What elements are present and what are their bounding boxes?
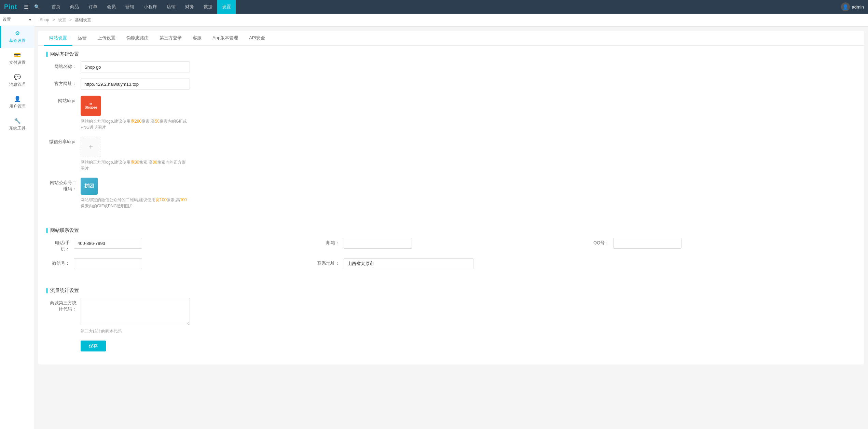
site-name-label: 网站名称：: [46, 61, 81, 70]
wechat-logo-hint: 网站的正方形logo,建议使用宽80像素,高80像素内的正方形图片: [81, 159, 190, 171]
qrcode-label: 网站公众号二维码：: [46, 178, 81, 192]
sidebar-item-basic[interactable]: ⚙ 基础设置: [0, 26, 34, 48]
tab-shelves[interactable]: 上传设置: [92, 31, 121, 46]
sidebar-header: 设置 ▾: [0, 14, 34, 26]
section-basic-title: 网站基础设置: [38, 46, 864, 61]
breadcrumb-shop: Shop: [40, 17, 49, 22]
stats-textarea[interactable]: [81, 298, 190, 325]
qrcode-hint: 网站绑定的微信公众号的二维码,建议使用宽100像素,高100像素内的GIF或PN…: [81, 197, 190, 209]
save-button[interactable]: 保存: [81, 341, 106, 351]
wechat-logo-control: + 网站的正方形logo,建议使用宽80像素,高80像素内的正方形图片: [81, 137, 190, 171]
form-row-save: 保存: [46, 341, 856, 351]
address-input[interactable]: [344, 258, 473, 269]
form-row-contact2: 微信号： 联系地址：: [46, 258, 856, 269]
sidebar-item-basic-label: 基础设置: [9, 38, 26, 44]
site-name-input[interactable]: [81, 61, 190, 72]
pingtuan-qrcode-image[interactable]: 拼团: [81, 178, 98, 195]
form-row-site-logo: 网站logo: 🛍 Shopee 网站的长方形logo,建议使用宽280像素,高…: [46, 96, 856, 130]
sidebar: 设置 ▾ ⚙ 基础设置 💳 支付设置 💬 消息管理 👤 用户管理 🔧 系统工具: [0, 14, 34, 429]
nav-items: 首页 商品 订单 会员 营销 小程序 店铺 财务 数据 设置: [47, 0, 841, 14]
tab-customer[interactable]: 客服: [187, 31, 207, 46]
site-logo-control: 🛍 Shopee 网站的长方形logo,建议使用宽280像素,高50像素内的GI…: [81, 96, 190, 130]
sidebar-item-payment[interactable]: 💳 支付设置: [0, 48, 34, 70]
contact-form-area: 电话/手机： 邮箱： QQ号： 微信号：: [38, 238, 864, 282]
section-contact-title: 网站联系设置: [38, 222, 864, 238]
message-icon: 💬: [14, 74, 21, 80]
nav-item-finance[interactable]: 财务: [180, 0, 199, 14]
form-row-qrcode: 网站公众号二维码： 拼团 网站绑定的微信公众号的二维码,建议使用宽100像素,高…: [46, 178, 856, 209]
top-navigation: Pint ☰ 🔍 首页 商品 订单 会员 营销 小程序 店铺 财务 数据 设置 …: [0, 0, 868, 14]
sidebar-item-user[interactable]: 👤 用户管理: [0, 92, 34, 113]
content-area: 网站设置 运营 上传设置 伪静态路由 第三方登录 客服 App版本管理 API安…: [38, 31, 864, 364]
form-row-contact1: 电话/手机： 邮箱： QQ号：: [46, 238, 856, 252]
breadcrumb-settings: 设置: [58, 17, 66, 22]
site-url-input[interactable]: [81, 79, 190, 89]
email-input[interactable]: [344, 238, 412, 249]
sidebar-item-message-label: 消息管理: [9, 82, 26, 87]
nav-item-orders[interactable]: 订单: [84, 0, 102, 14]
sidebar-item-tools-label: 系统工具: [9, 125, 26, 131]
sidebar-item-message[interactable]: 💬 消息管理: [0, 70, 34, 92]
qq-label: QQ号：: [586, 238, 613, 246]
sidebar-item-tools[interactable]: 🔧 系统工具: [0, 113, 34, 135]
tab-app-version[interactable]: App版本管理: [207, 31, 244, 46]
stats-hint: 第三方统计的脚本代码: [81, 328, 190, 334]
tab-static-route[interactable]: 伪静态路由: [121, 31, 154, 46]
form-row-site-name: 网站名称：: [46, 61, 856, 72]
breadcrumb-current: 基础设置: [75, 17, 91, 22]
form-col-phone: 电话/手机：: [46, 238, 316, 252]
address-label: 联系地址：: [316, 258, 344, 266]
nav-item-members[interactable]: 会员: [102, 0, 121, 14]
breadcrumb-sep1: >: [52, 17, 56, 22]
user-icon: 👤: [14, 96, 21, 102]
form-col-email: 邮箱：: [316, 238, 586, 249]
form-col-qq: QQ号：: [586, 238, 856, 249]
main-layout: 设置 ▾ ⚙ 基础设置 💳 支付设置 💬 消息管理 👤 用户管理 🔧 系统工具 …: [0, 14, 868, 429]
user-name: admin: [852, 4, 864, 10]
breadcrumb-sep2: >: [69, 17, 73, 22]
sidebar-item-user-label: 用户管理: [9, 103, 26, 109]
tab-website[interactable]: 网站设置: [44, 31, 72, 46]
nav-item-store[interactable]: 店铺: [162, 0, 180, 14]
section-stats-title: 流量统计设置: [38, 282, 864, 298]
wechat-input[interactable]: [74, 258, 142, 269]
nav-item-marketing[interactable]: 营销: [121, 0, 139, 14]
form-col-address: 联系地址：: [316, 258, 856, 269]
search-icon[interactable]: 🔍: [34, 4, 40, 10]
sidebar-item-payment-label: 支付设置: [9, 60, 26, 66]
form-row-stats: 商城第三方统计代码： 第三方统计的脚本代码: [46, 298, 856, 334]
tab-third-login[interactable]: 第三方登录: [154, 31, 187, 46]
tools-icon: 🔧: [14, 117, 21, 124]
wechat-logo-label: 微信分享logo:: [46, 137, 81, 145]
menu-icon[interactable]: ☰: [24, 4, 29, 10]
nav-item-products[interactable]: 商品: [65, 0, 84, 14]
shopee-logo-image[interactable]: 🛍 Shopee: [81, 96, 101, 116]
site-url-label: 官方网址：: [46, 79, 81, 87]
nav-item-miniapp[interactable]: 小程序: [139, 0, 162, 14]
stats-form-area: 商城第三方统计代码： 第三方统计的脚本代码 保存: [38, 298, 864, 364]
nav-item-data[interactable]: 数据: [199, 0, 217, 14]
form-row-site-url: 官方网址：: [46, 79, 856, 89]
site-name-control: [81, 61, 190, 72]
wechat-logo-upload[interactable]: +: [81, 137, 101, 157]
basic-form-area: 网站名称： 官方网址： 网站logo:: [38, 61, 864, 222]
main-content: Shop > 设置 > 基础设置 网站设置 运营 上传设置 伪静态路由 第三方登…: [34, 14, 868, 429]
user-avatar: 👤: [841, 2, 850, 11]
phone-input[interactable]: [74, 238, 142, 249]
tab-operation[interactable]: 运营: [72, 31, 92, 46]
sidebar-collapse-icon[interactable]: ▾: [29, 17, 31, 22]
user-area: 👤 admin: [841, 2, 864, 11]
nav-item-home[interactable]: 首页: [47, 0, 65, 14]
email-label: 邮箱：: [316, 238, 344, 246]
site-logo-hint: 网站的长方形logo,建议使用宽280像素,高50像素内的GIF或PNG透明图片: [81, 118, 190, 130]
breadcrumb: Shop > 设置 > 基础设置: [34, 14, 868, 27]
site-url-control: [81, 79, 190, 89]
nav-item-settings[interactable]: 设置: [217, 0, 236, 14]
stats-control: 第三方统计的脚本代码: [81, 298, 190, 334]
tab-bar: 网站设置 运营 上传设置 伪静态路由 第三方登录 客服 App版本管理 API安…: [38, 31, 864, 46]
form-col-wechat: 微信号：: [46, 258, 316, 269]
tab-api-security[interactable]: API安全: [244, 31, 271, 46]
wechat-label: 微信号：: [46, 258, 74, 266]
qq-input[interactable]: [613, 238, 681, 249]
qrcode-control: 拼团 网站绑定的微信公众号的二维码,建议使用宽100像素,高100像素内的GIF…: [81, 178, 190, 209]
